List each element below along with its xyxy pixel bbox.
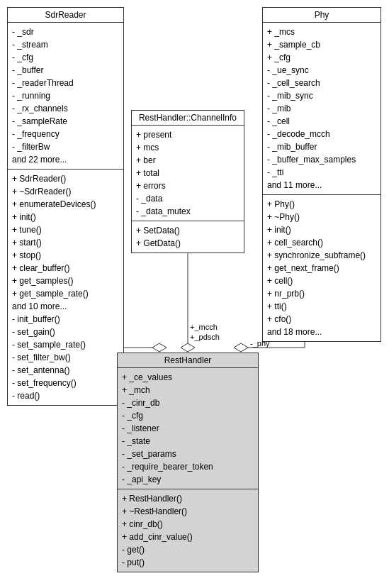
phy-attributes: + _mcs + _sample_cb + _cfg - _ue_sync - …: [263, 23, 380, 195]
svg-marker-2: [152, 343, 167, 352]
svg-text:+_mcch: +_mcch: [190, 323, 218, 331]
channel-info-attributes: + present + mcs + ber + total + errors -…: [132, 126, 244, 221]
channel-info-title: RestHandler::ChannelInfo: [132, 111, 244, 126]
rest-handler-box: RestHandler + _ce_values + _mch - _cinr_…: [117, 353, 259, 572]
svg-marker-7: [234, 343, 248, 352]
sdr-reader-title: SdrReader: [8, 8, 123, 23]
sdr-reader-box: SdrReader - _sdr - _stream - _cfg - _buf…: [7, 7, 124, 406]
rest-handler-attributes: + _ce_values + _mch - _cinr_db - _cfg - …: [118, 368, 258, 489]
svg-text:+_pdsch: +_pdsch: [190, 333, 220, 341]
rest-handler-title: RestHandler: [118, 353, 258, 368]
rest-handler-methods: + RestHandler() + ~RestHandler() + cinr_…: [118, 489, 258, 572]
phy-title: Phy: [263, 8, 380, 23]
channel-info-methods: + SetData() + GetData(): [132, 221, 244, 253]
channel-info-box: RestHandler::ChannelInfo + present + mcs…: [131, 110, 244, 253]
svg-marker-4: [181, 343, 195, 352]
sdr-reader-attributes: - _sdr - _stream - _cfg - _buffer - _rea…: [8, 23, 123, 170]
sdr-reader-methods: + SdrReader() + ~SdrReader() + enumerate…: [8, 170, 123, 405]
phy-methods: + Phy() + ~Phy() + init() + cell_search(…: [263, 195, 380, 341]
phy-box: Phy + _mcs + _sample_cb + _cfg - _ue_syn…: [262, 7, 381, 342]
